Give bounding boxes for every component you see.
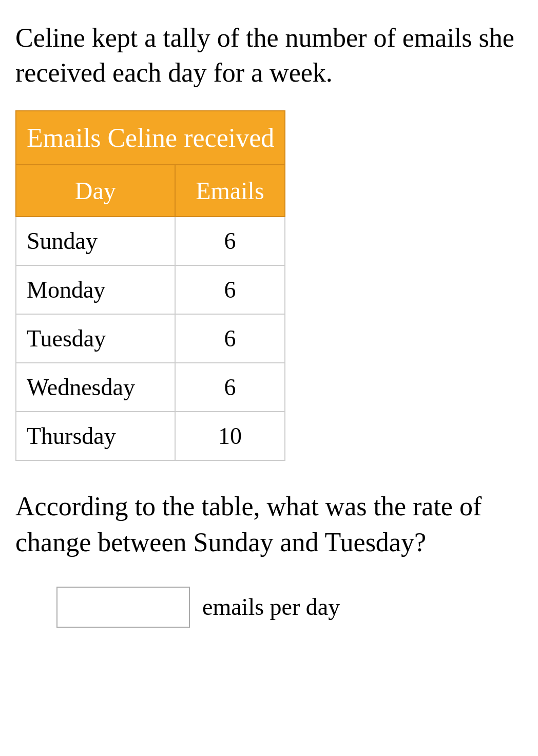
answer-input[interactable] <box>56 587 190 628</box>
day-cell: Sunday <box>16 217 175 265</box>
day-cell: Tuesday <box>16 314 175 363</box>
table-row: Sunday 6 <box>16 217 285 265</box>
day-cell: Monday <box>16 265 175 314</box>
day-cell: Wednesday <box>16 363 175 412</box>
column-header-emails: Emails <box>175 165 285 217</box>
day-cell: Thursday <box>16 412 175 460</box>
table-row: Thursday 10 <box>16 412 285 460</box>
table-title: Emails Celine received <box>16 111 285 165</box>
emails-cell: 6 <box>175 217 285 265</box>
emails-cell: 6 <box>175 363 285 412</box>
answer-row: emails per day <box>56 587 523 628</box>
table-row: Monday 6 <box>16 265 285 314</box>
table-row: Tuesday 6 <box>16 314 285 363</box>
column-header-day: Day <box>16 165 175 217</box>
intro-text: Celine kept a tally of the number of ema… <box>15 21 523 90</box>
emails-cell: 6 <box>175 314 285 363</box>
answer-label: emails per day <box>202 593 340 621</box>
table-container: Emails Celine received Day Emails Sunday… <box>15 110 285 461</box>
emails-table: Emails Celine received Day Emails Sunday… <box>15 110 285 461</box>
question-text: According to the table, what was the rat… <box>15 489 523 560</box>
table-row: Wednesday 6 <box>16 363 285 412</box>
emails-cell: 10 <box>175 412 285 460</box>
emails-cell: 6 <box>175 265 285 314</box>
